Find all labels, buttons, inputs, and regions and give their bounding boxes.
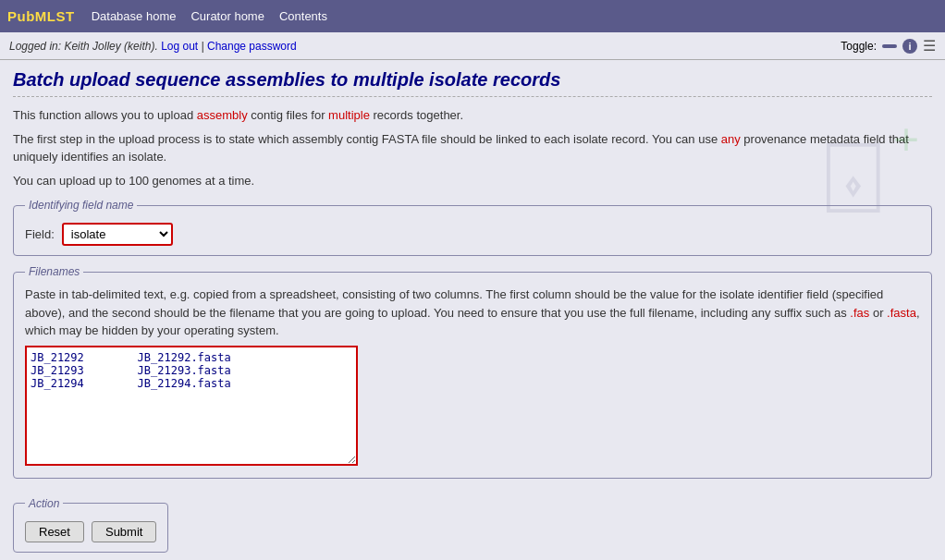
submit-button[interactable]: Submit (92, 521, 156, 542)
description-2: The first step in the upload process is … (13, 130, 932, 166)
action-group: Action Reset Submit (13, 497, 168, 553)
identifying-field-legend: Identifying field name (25, 199, 137, 212)
filenames-textarea[interactable]: JB_21292 JB_21292.fasta JB_21293 JB_2129… (25, 346, 358, 466)
nav-contents[interactable]: Contents (279, 9, 327, 23)
action-legend: Action (25, 497, 63, 510)
filenames-description: Paste in tab-delimited text, e.g. copied… (25, 286, 920, 340)
logged-in-label: Logged in: (9, 40, 61, 53)
toggle-label: Toggle: (841, 40, 877, 53)
top-navigation: PubMLST Database home Curator home Conte… (0, 0, 945, 32)
description-1: This function allows you to upload assem… (13, 106, 932, 125)
menu-icon[interactable]: ☰ (923, 37, 936, 55)
username: Keith Jolley (keith). (64, 40, 157, 53)
main-content: ⌺ + Batch upload sequence assemblies to … (0, 60, 945, 560)
toggle-button[interactable] (882, 44, 897, 48)
reset-button[interactable]: Reset (25, 521, 84, 542)
nav-database-home[interactable]: Database home (92, 9, 177, 23)
login-bar: Logged in: Keith Jolley (keith). Log out… (0, 32, 945, 60)
nav-curator-home[interactable]: Curator home (190, 9, 264, 23)
identifying-field-group: Identifying field name Field: isolate id… (13, 199, 932, 256)
login-info: Logged in: Keith Jolley (keith). Log out… (9, 40, 297, 53)
field-label: Field: (25, 227, 55, 241)
change-password-link[interactable]: Change password (207, 40, 297, 53)
info-icon[interactable]: i (902, 39, 917, 54)
logout-link[interactable]: Log out (161, 40, 198, 53)
field-select[interactable]: isolate id strain sample_id (62, 223, 173, 246)
action-buttons: Reset Submit (25, 521, 156, 542)
page-title: Batch upload sequence assemblies to mult… (13, 69, 932, 97)
filenames-legend: Filenames (25, 265, 83, 278)
filenames-group: Filenames Paste in tab-delimited text, e… (13, 265, 932, 479)
field-row: Field: isolate id strain sample_id (25, 223, 920, 246)
login-right-controls: Toggle: i ☰ (841, 37, 936, 55)
description-3: You can upload up to 100 genomes at a ti… (13, 172, 932, 190)
brand-logo: PubMLST (7, 8, 75, 24)
